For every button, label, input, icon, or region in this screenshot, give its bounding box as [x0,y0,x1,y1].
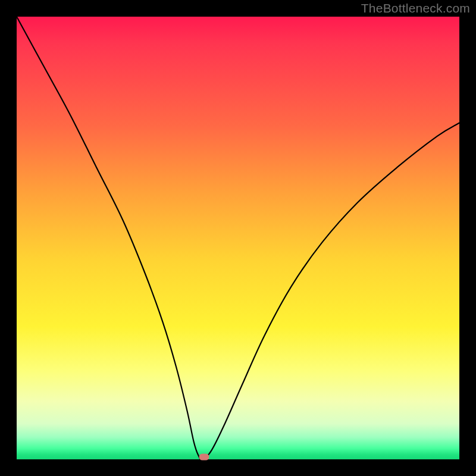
optimum-marker [199,453,209,460]
watermark-text: TheBottleneck.com [361,1,470,15]
curve-svg [17,17,459,459]
chart-frame: TheBottleneck.com [0,0,476,476]
plot-area [17,17,459,459]
bottleneck-curve-path [17,17,459,459]
